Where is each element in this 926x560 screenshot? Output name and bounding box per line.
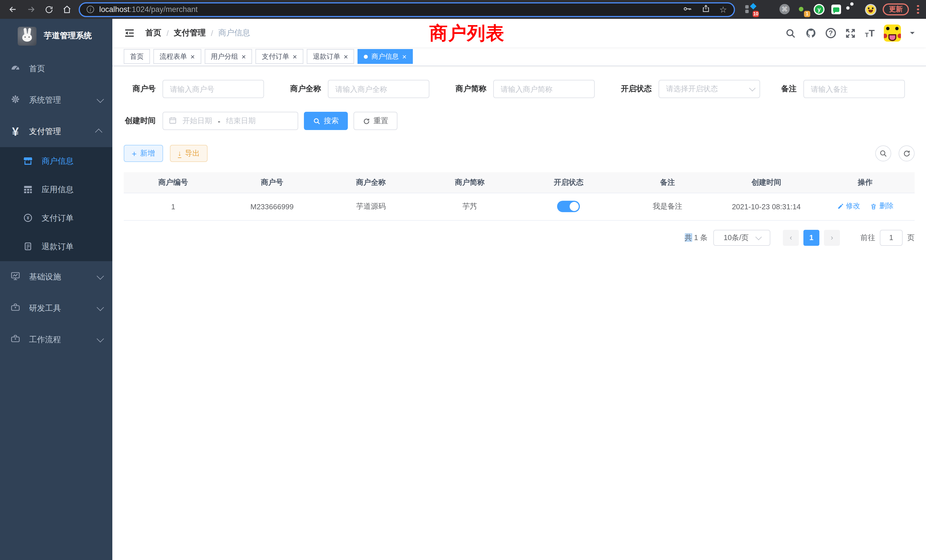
breadcrumb-separator: / <box>211 29 213 38</box>
bookmark-star-icon[interactable]: ☆ <box>719 5 727 14</box>
sidebar-item-merchant-info[interactable]: 商户信息 <box>0 147 112 176</box>
yen-icon: ¥ <box>10 126 21 138</box>
cell-full-name: 芋道源码 <box>322 193 421 220</box>
sidebar-collapse-icon[interactable] <box>124 27 135 39</box>
show-search-toggle-button[interactable] <box>875 145 891 161</box>
password-key-icon[interactable] <box>682 4 692 15</box>
github-icon[interactable] <box>805 27 817 39</box>
extension-command-icon[interactable]: ⌘ <box>779 4 790 15</box>
share-icon[interactable] <box>701 4 710 15</box>
sidebar-item-dev-tools[interactable]: 研发工具 <box>0 292 112 324</box>
total-label: 共 1 条 <box>684 232 708 243</box>
fullscreen-icon[interactable] <box>845 28 856 38</box>
status-select[interactable]: 请选择开启状态 <box>658 80 760 98</box>
delete-link[interactable]: 删除 <box>870 201 894 211</box>
sidebar-item-home[interactable]: 首页 <box>0 53 112 85</box>
breadcrumb-home[interactable]: 首页 <box>145 28 161 38</box>
home-icon[interactable] <box>62 5 72 14</box>
back-icon[interactable] <box>8 5 18 14</box>
cell-merchant-no: M233666999 <box>222 193 322 220</box>
browser-toolbar: i localhost:1024/pay/merchant ☆ 10 ⌘ 1 y <box>0 0 926 19</box>
user-avatar[interactable] <box>884 24 901 42</box>
cell-status <box>519 193 618 220</box>
calendar-icon <box>169 116 177 126</box>
sidebar-item-pay-order[interactable]: ¥ 支付订单 <box>0 204 112 233</box>
extension-grid-icon[interactable]: 10 <box>745 4 756 15</box>
browser-profile-avatar[interactable] <box>865 4 876 15</box>
extension-blob-icon[interactable]: 1 <box>797 4 807 15</box>
create-time-range-picker[interactable]: 开始日期 - 结束日期 <box>162 112 298 130</box>
chevron-up-icon <box>95 129 102 136</box>
merchant-no-input[interactable] <box>162 80 264 98</box>
close-icon[interactable]: × <box>191 53 195 60</box>
sidebar-menu: 首页 系统管理 ¥ 支付管理 商户信息 <box>0 53 112 355</box>
toolbox-icon <box>10 302 21 314</box>
sidebar-item-infrastructure[interactable]: 基础设施 <box>0 261 112 292</box>
next-page-button[interactable]: › <box>824 230 840 245</box>
browser-menu-icon[interactable] <box>917 5 919 14</box>
extension-y-icon[interactable]: y <box>814 4 825 15</box>
add-button[interactable]: +新增 <box>124 145 163 162</box>
tab-merchant-info[interactable]: 商户信息× <box>358 49 413 64</box>
site-info-icon[interactable]: i <box>87 6 94 13</box>
forward-icon[interactable] <box>26 5 36 14</box>
help-icon[interactable]: ? <box>826 28 836 38</box>
close-icon[interactable]: × <box>292 53 297 60</box>
page-1-button[interactable]: 1 <box>803 230 819 245</box>
close-icon[interactable]: × <box>344 53 348 60</box>
font-size-icon[interactable]: TT <box>865 28 875 38</box>
tab-home[interactable]: 首页 <box>124 49 150 64</box>
reload-icon[interactable] <box>44 5 54 14</box>
avatar-caret-icon[interactable] <box>910 32 915 36</box>
remark-input[interactable] <box>803 80 905 98</box>
export-button[interactable]: ↓导出 <box>170 145 208 162</box>
search-button[interactable]: 搜索 <box>304 112 348 130</box>
goto-label: 前往 <box>861 232 875 243</box>
edit-link[interactable]: 修改 <box>837 201 860 211</box>
full-name-label: 商户全称 <box>278 84 321 94</box>
close-icon[interactable]: × <box>402 53 407 60</box>
short-name-input[interactable] <box>493 80 595 98</box>
tab-refund-order[interactable]: 退款订单× <box>307 49 354 64</box>
url-text[interactable]: localhost:1024/pay/merchant <box>99 5 677 14</box>
sidebar-item-system[interactable]: 系统管理 <box>0 85 112 116</box>
pagination: 共 1 条 10条/页 ‹ 1 › 前往 页 <box>124 230 915 245</box>
page-unit-label: 页 <box>907 232 915 243</box>
reset-button[interactable]: 重置 <box>354 112 398 130</box>
refresh-button[interactable] <box>899 145 915 161</box>
prev-page-button[interactable]: ‹ <box>783 230 799 245</box>
pager: ‹ 1 › <box>783 230 840 245</box>
page-content: 商户号 商户全称 商户简称 开启状态 请选择开启状态 备注 创 <box>112 66 926 560</box>
screen: i localhost:1024/pay/merchant ☆ 10 ⌘ 1 y <box>0 0 926 560</box>
extension-gem-icon[interactable] <box>763 4 773 15</box>
plus-icon: + <box>132 149 137 158</box>
tag-views-bar: 首页 流程表单× 用户分组× 支付订单× 退款订单× 商户信息× <box>112 47 926 66</box>
sidebar-item-workflow[interactable]: 工作流程 <box>0 324 112 355</box>
app-logo[interactable]: 芋道管理系统 <box>0 19 112 53</box>
search-icon[interactable] <box>785 28 796 38</box>
full-name-input[interactable] <box>328 80 429 98</box>
breadcrumb-merchant-info: 商户信息 <box>218 28 250 38</box>
goto-page-input[interactable] <box>880 230 903 245</box>
tab-user-group[interactable]: 用户分组× <box>204 49 252 64</box>
address-bar[interactable]: i localhost:1024/pay/merchant ☆ <box>79 2 735 17</box>
browser-update-button[interactable]: 更新 <box>883 3 909 15</box>
tab-process-form[interactable]: 流程表单× <box>153 49 201 64</box>
filter-row-1: 商户号 商户全称 商户简称 开启状态 请选择开启状态 备注 <box>124 80 915 98</box>
sidebar-item-payment[interactable]: ¥ 支付管理 <box>0 116 112 147</box>
tab-pay-order[interactable]: 支付订单× <box>256 49 303 64</box>
annotation-title: 商户列表 <box>429 21 505 46</box>
close-icon[interactable]: × <box>242 53 246 60</box>
extension-puzzle-icon[interactable] <box>848 4 859 15</box>
extension-chat-icon[interactable] <box>831 4 841 15</box>
dashboard-icon <box>10 63 21 75</box>
breadcrumb-payment[interactable]: 支付管理 <box>174 28 206 38</box>
merchant-table: 商户编号 商户号 商户全称 商户简称 开启状态 备注 创建时间 操作 1 <box>124 172 915 220</box>
status-toggle[interactable] <box>557 201 580 212</box>
main-area: 首页 / 支付管理 / 商户信息 商户列表 ? TT <box>112 19 926 560</box>
sidebar-item-refund-order[interactable]: 退款订单 <box>0 233 112 261</box>
page-size-select[interactable]: 10条/页 <box>713 230 770 245</box>
sidebar-item-app-info[interactable]: 应用信息 <box>0 176 112 204</box>
download-icon: ↓ <box>178 149 182 158</box>
chevron-down-icon <box>97 304 104 311</box>
